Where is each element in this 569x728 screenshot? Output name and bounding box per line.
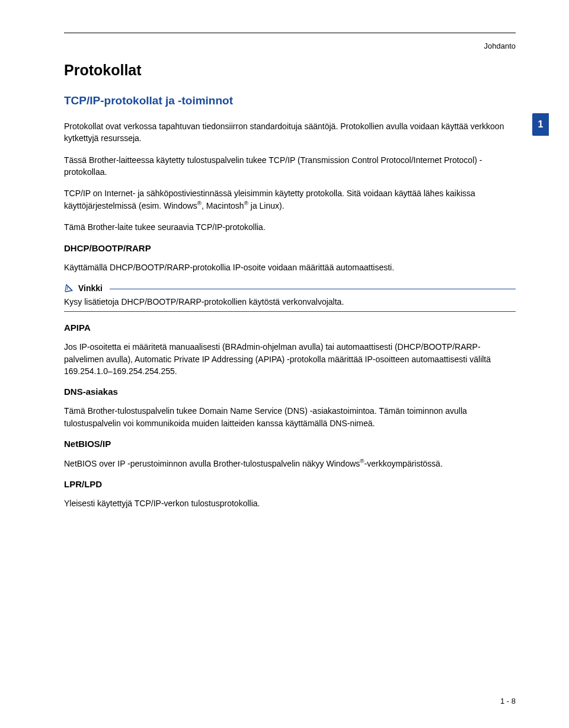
note-rule xyxy=(110,289,516,289)
registered-mark: ® xyxy=(244,200,248,206)
netbios-title: NetBIOS/IP xyxy=(64,439,516,449)
note-box: Vinkki Kysy lisätietoja DHCP/BOOTP/RARP-… xyxy=(64,283,516,312)
registered-mark: ® xyxy=(360,458,364,464)
intro-paragraph-3: TCP/IP on Internet- ja sähköpostiviestin… xyxy=(64,187,516,212)
dhcp-body: Käyttämällä DHCP/BOOTP/RARP-protokollia … xyxy=(64,261,516,273)
context-header: Johdanto xyxy=(484,41,516,50)
netbios-body: NetBIOS over IP -perustoiminnon avulla B… xyxy=(64,457,516,470)
intro-paragraph-1: Protokollat ovat verkossa tapahtuvan tie… xyxy=(64,120,516,145)
intro-paragraph-2: Tässä Brother-laitteessa käytetty tulost… xyxy=(64,154,516,178)
intro-paragraph-4: Tämä Brother-laite tukee seuraavia TCP/I… xyxy=(64,221,516,233)
top-rule xyxy=(64,33,516,33)
chapter-number-badge: 1 xyxy=(532,113,549,136)
section-title: TCP/IP-protokollat ja -toiminnot xyxy=(64,94,516,107)
dhcp-title: DHCP/BOOTP/RARP xyxy=(64,243,516,253)
apipa-body: Jos IP-osoitetta ei määritetä manuaalise… xyxy=(64,341,516,377)
page-title: Protokollat xyxy=(64,62,516,79)
page-number: 1 - 8 xyxy=(500,697,516,705)
lpr-title: LPR/LPD xyxy=(64,479,516,489)
note-body: Kysy lisätietoja DHCP/BOOTP/RARP-protoko… xyxy=(64,295,516,312)
note-label: Vinkki xyxy=(78,283,103,293)
apipa-title: APIPA xyxy=(64,323,516,333)
dns-body: Tämä Brother-tulostuspalvelin tukee Doma… xyxy=(64,405,516,429)
dns-title: DNS-asiakas xyxy=(64,387,516,397)
registered-mark: ® xyxy=(197,200,202,206)
lpr-body: Yleisesti käytettyjä TCP/IP-verkon tulos… xyxy=(64,497,516,509)
note-icon xyxy=(64,283,75,293)
